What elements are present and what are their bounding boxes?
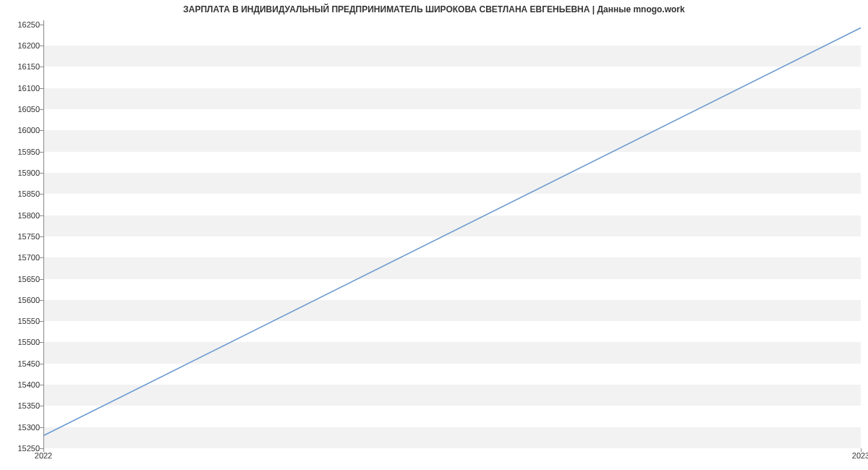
chart-title: ЗАРПЛАТА В ИНДИВИДУАЛЬНЫЙ ПРЕДПРИНИМАТЕЛ…: [0, 4, 868, 14]
y-tick-mark: [40, 46, 43, 46]
y-tick-label: 15600: [4, 296, 40, 304]
y-tick-label: 16000: [4, 126, 40, 134]
y-tick-mark: [40, 364, 43, 364]
y-tick-label: 15700: [4, 253, 40, 262]
y-tick-label: 15900: [4, 168, 40, 177]
y-tick-mark: [40, 385, 43, 385]
y-tick-mark: [40, 279, 43, 280]
y-tick-mark: [40, 173, 43, 174]
x-tick-label: 2022: [35, 451, 52, 460]
y-tick-label: 16250: [4, 20, 40, 29]
y-tick-label: 15450: [4, 359, 40, 368]
plot-area: [43, 20, 861, 448]
y-tick-mark: [40, 342, 43, 343]
y-tick-label: 15300: [4, 423, 40, 432]
y-tick-label: 16050: [4, 105, 40, 114]
y-tick-mark: [40, 88, 43, 89]
y-tick-label: 15750: [4, 232, 40, 241]
x-tick-mark: [861, 448, 861, 452]
y-tick-mark: [40, 321, 43, 322]
y-tick-label: 16150: [4, 62, 40, 71]
y-tick-label: 15850: [4, 189, 40, 198]
y-tick-label: 15650: [4, 275, 40, 283]
y-tick-label: 15800: [4, 211, 40, 220]
y-tick-label: 15550: [4, 317, 40, 325]
y-tick-mark: [40, 427, 43, 428]
y-tick-mark: [40, 67, 43, 67]
y-tick-mark: [40, 130, 43, 131]
x-tick-label: 2023: [852, 451, 868, 460]
y-tick-label: 15950: [4, 148, 40, 156]
y-tick-mark: [40, 406, 43, 406]
y-tick-mark: [40, 152, 43, 153]
y-tick-mark: [40, 236, 43, 237]
x-tick-mark: [43, 448, 44, 452]
y-tick-label: 15350: [4, 401, 40, 410]
y-tick-label: 15500: [4, 338, 40, 346]
y-tick-mark: [40, 194, 43, 195]
y-tick-mark: [40, 300, 43, 301]
y-tick-label: 15400: [4, 380, 40, 389]
y-tick-mark: [40, 257, 43, 258]
y-tick-mark: [40, 109, 43, 110]
y-tick-label: 16200: [4, 41, 40, 50]
y-tick-label: 16100: [4, 84, 40, 93]
y-tick-mark: [40, 215, 43, 216]
data-line: [44, 20, 861, 448]
series-line: [44, 28, 861, 435]
y-tick-mark: [40, 25, 43, 25]
salary-line-chart: ЗАРПЛАТА В ИНДИВИДУАЛЬНЫЙ ПРЕДПРИНИМАТЕЛ…: [0, 0, 868, 470]
